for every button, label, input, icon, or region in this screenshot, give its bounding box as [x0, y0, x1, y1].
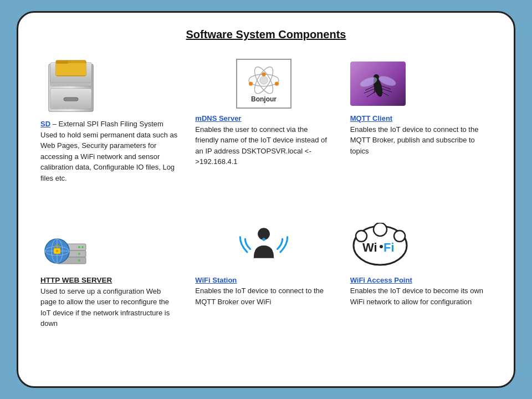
- wifi-person-svg: [236, 221, 291, 270]
- svg-text:Wi: Wi: [362, 241, 377, 254]
- filing-cabinet-icon: [40, 59, 101, 114]
- svg-point-18: [262, 72, 265, 76]
- svg-text:Fi: Fi: [383, 241, 395, 254]
- svg-point-20: [249, 82, 253, 86]
- cell-mdns: Bonjour mDNS Server Enables the user to …: [191, 54, 341, 212]
- mdns-icon-area: Bonjour: [236, 59, 291, 109]
- wifi-station-icon-area: [236, 221, 291, 270]
- svg-point-51: [374, 223, 387, 236]
- main-card: Software System Components: [17, 11, 515, 388]
- svg-point-49: [356, 231, 367, 242]
- wifi-ap-graphic: Wi Fi: [350, 221, 411, 270]
- webserver-header: HTTP WEB SERVER: [40, 276, 112, 284]
- mdns-header: mDNS Server: [195, 114, 241, 122]
- svg-point-54: [380, 245, 383, 248]
- svg-point-47: [262, 238, 265, 241]
- svg-rect-13: [56, 60, 68, 64]
- mqtt-text: MQTT Client Enables the IoT device to co…: [350, 113, 487, 156]
- wifi-station-text: WiFi Station Enables the IoT device to c…: [195, 275, 332, 308]
- cell-wifi-ap: Wi Fi WiFi Access Point Enables the IoT …: [346, 216, 496, 374]
- svg-point-35: [78, 246, 80, 248]
- cell-sd-filing: SD – External SPI Flash Filing System Us…: [36, 54, 186, 212]
- wifi-person-graphic: [236, 221, 291, 270]
- cell-mqtt: MQTT Client Enables the IoT device to co…: [346, 54, 496, 212]
- cell-webserver: HTTP WEB SERVER Used to serve up a confi…: [36, 216, 186, 374]
- wifi-ap-svg: Wi Fi: [351, 223, 410, 268]
- bonjour-icon: [244, 64, 284, 94]
- cell-wifi-station: WiFi Station Enables the IoT device to c…: [191, 216, 341, 374]
- svg-rect-12: [56, 63, 86, 75]
- svg-rect-7: [64, 98, 78, 101]
- bonjour-box: Bonjour: [236, 59, 291, 109]
- mqtt-header: MQTT Client: [350, 114, 393, 122]
- sd-filing-icon-area: [40, 59, 101, 114]
- webserver-svg: [40, 221, 96, 270]
- svg-point-14: [260, 76, 268, 84]
- svg-point-37: [78, 253, 80, 255]
- bonjour-label: Bonjour: [251, 95, 277, 103]
- svg-point-19: [275, 82, 279, 86]
- components-grid: SD – External SPI Flash Filing System Us…: [36, 54, 496, 373]
- mosquito-svg: [353, 63, 403, 105]
- wifi-ap-header: WiFi Access Point: [350, 276, 412, 284]
- svg-point-45: [56, 250, 58, 252]
- mdns-text: mDNS Server Enables the user to connect …: [195, 113, 332, 167]
- page-title: Software System Components: [186, 28, 346, 41]
- wifi-ap-icon-area: Wi Fi: [350, 221, 411, 270]
- webserver-graphic: [40, 221, 96, 270]
- wifi-ap-text: WiFi Access Point Enables the IoT device…: [350, 275, 487, 308]
- mqtt-icon-area: [350, 59, 406, 109]
- sd-filing-text: SD – External SPI Flash Filing System Us…: [40, 119, 177, 183]
- webserver-icon-area: [40, 221, 96, 270]
- mqtt-mosquito-icon: [350, 62, 406, 106]
- svg-point-50: [394, 231, 405, 242]
- svg-point-36: [81, 246, 84, 248]
- webserver-text: HTTP WEB SERVER Used to serve up a confi…: [40, 275, 177, 329]
- svg-point-38: [78, 259, 80, 262]
- sd-label: SD: [40, 120, 50, 128]
- wifi-station-header: WiFi Station: [195, 276, 237, 284]
